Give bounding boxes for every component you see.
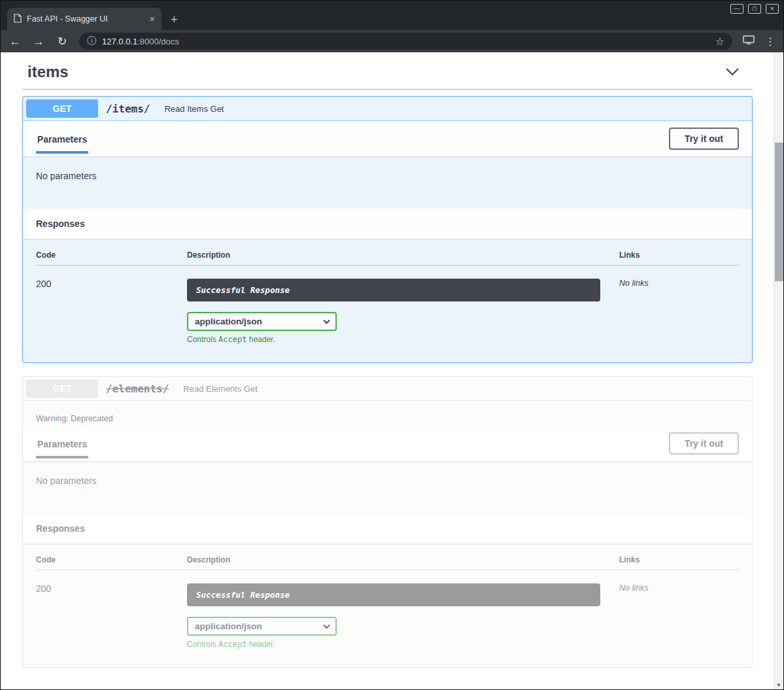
response-description-cell: Successful Response application/json: [187, 266, 619, 344]
responses-table-head: Code Description Links: [36, 250, 739, 266]
reload-icon[interactable]: ↻: [56, 36, 69, 47]
site-info-icon[interactable]: ⓘ: [87, 35, 96, 47]
responses-table: Code Description Links 200 Successful Re…: [23, 543, 752, 667]
column-code: Code: [36, 250, 187, 266]
response-row: 200 Successful Response application/json: [36, 570, 739, 649]
response-row: 200 Successful Response application/json: [36, 266, 739, 344]
browser-menu-icon[interactable]: ⋮: [765, 35, 775, 48]
url-path: :8000/docs: [137, 37, 179, 46]
responses-table-head: Code Description Links: [36, 555, 739, 570]
responses-table: Code Description Links 200 Successful Re…: [23, 239, 752, 362]
operation-summary-text: Read Items Get: [164, 104, 224, 114]
responses-header: Responses: [23, 513, 752, 543]
operation-summary[interactable]: GET /elements/ Read Elements Get: [23, 377, 752, 401]
column-links: Links: [619, 555, 739, 570]
tab-close-icon[interactable]: ×: [150, 14, 155, 24]
operation-summary[interactable]: GET /items/ Read Items Get: [23, 97, 752, 121]
controls-accept-note: Controls Accept header.: [187, 640, 619, 649]
tab-strip: Fast API - Swagger UI × + — □ ×: [1, 1, 783, 30]
response-links: No links: [619, 266, 739, 344]
try-it-out-button[interactable]: Try it out: [669, 432, 739, 455]
page-content: items GET /items/ Read Items Get Paramet…: [1, 52, 783, 689]
column-description: Description: [187, 250, 619, 266]
browser-tab[interactable]: Fast API - Swagger UI ×: [7, 8, 162, 30]
maximize-button[interactable]: □: [748, 4, 761, 14]
url-text: 127.0.0.1:8000/docs: [102, 37, 179, 46]
tag-section-header[interactable]: items: [22, 60, 753, 90]
opblock-get-items: GET /items/ Read Items Get Parameters Tr…: [22, 96, 753, 363]
parameters-title: Parameters: [36, 124, 88, 154]
url-host: 127.0.0.1: [102, 37, 137, 46]
response-description-cell: Successful Response application/json: [187, 570, 619, 649]
window-controls: — □ ×: [730, 4, 779, 14]
content-type-select[interactable]: application/json: [187, 312, 337, 331]
no-parameters-text: No parameters: [23, 156, 752, 209]
browser-window: Fast API - Swagger UI × + — □ × ← → ↻ ⓘ …: [0, 0, 784, 690]
swagger-page: items GET /items/ Read Items Get Paramet…: [1, 52, 774, 689]
responses-header: Responses: [23, 209, 752, 239]
method-badge: GET: [26, 99, 98, 118]
page-favicon-icon: [14, 14, 22, 25]
browser-toolbar: ← → ↻ ⓘ 127.0.0.1:8000/docs ☆ ⋮: [1, 30, 783, 52]
minimize-button[interactable]: —: [730, 4, 743, 14]
operation-summary-text: Read Elements Get: [183, 384, 257, 394]
scrollbar-down-arrow-icon[interactable]: ▼: [774, 682, 783, 689]
try-it-out-button[interactable]: Try it out: [669, 128, 739, 150]
cast-icon[interactable]: [743, 35, 755, 47]
column-description: Description: [187, 555, 619, 570]
content-type-select[interactable]: application/json: [187, 617, 337, 636]
close-button[interactable]: ×: [766, 4, 779, 14]
parameters-title: Parameters: [36, 429, 88, 458]
parameters-header: Parameters Try it out: [23, 426, 752, 461]
operation-path: /elements/: [106, 383, 169, 395]
responses-title: Responses: [36, 523, 85, 534]
new-tab-button[interactable]: +: [171, 14, 178, 26]
parameters-header: Parameters Try it out: [23, 121, 752, 156]
column-links: Links: [619, 250, 739, 266]
tag-section-title: items: [27, 63, 69, 81]
method-badge: GET: [26, 379, 98, 398]
deprecated-warning: Warning: Deprecated: [23, 401, 752, 426]
response-code: 200: [36, 570, 187, 649]
response-description: Successful Response: [187, 279, 600, 302]
tab-title: Fast API - Swagger UI: [27, 14, 145, 24]
bookmark-star-icon[interactable]: ☆: [715, 35, 724, 48]
toolbar-right: ⋮: [743, 35, 775, 48]
content-type-wrapper: application/json: [187, 312, 337, 331]
column-code: Code: [36, 555, 187, 570]
url-bar[interactable]: ⓘ 127.0.0.1:8000/docs ☆: [79, 33, 732, 50]
vertical-scrollbar[interactable]: ▼: [774, 52, 783, 689]
response-code: 200: [36, 266, 187, 344]
controls-accept-note: Controls Accept header.: [187, 335, 619, 344]
response-description: Successful Response: [187, 583, 600, 606]
response-links: No links: [619, 570, 739, 649]
content-type-wrapper: application/json: [187, 617, 337, 636]
opblock-get-elements-deprecated: GET /elements/ Read Elements Get Warning…: [22, 376, 753, 668]
forward-icon[interactable]: →: [32, 36, 45, 47]
scrollbar-thumb[interactable]: [775, 143, 783, 281]
operation-path: /items/: [106, 103, 150, 115]
collapse-chevron-icon[interactable]: [725, 67, 740, 77]
no-parameters-text: No parameters: [23, 461, 752, 513]
back-icon[interactable]: ←: [9, 36, 22, 47]
responses-title: Responses: [36, 218, 85, 229]
